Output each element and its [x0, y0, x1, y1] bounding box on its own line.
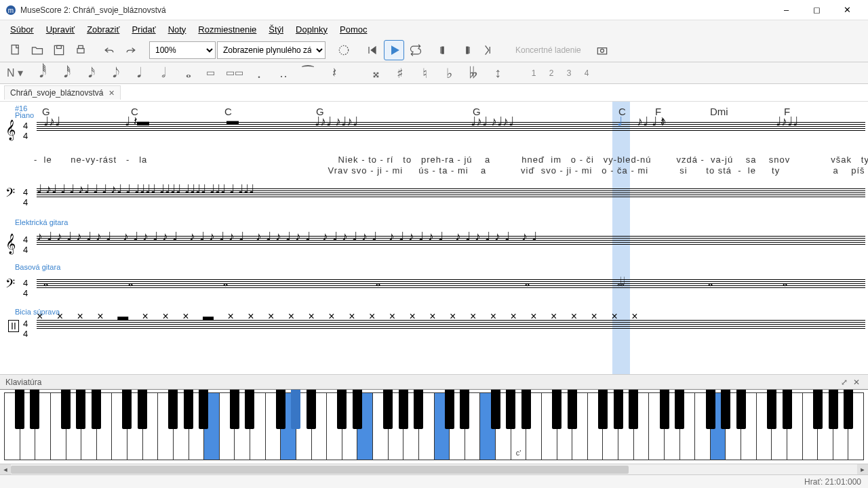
voice-4-button[interactable]: 4 — [580, 66, 593, 80]
duration-8th[interactable]: 𝅘𝅥𝅮 — [103, 64, 122, 83]
black-key[interactable] — [460, 390, 469, 429]
black-key[interactable] — [138, 390, 147, 429]
double-flat-button[interactable]: 𝄫 — [464, 64, 483, 83]
voice-3-button[interactable]: 3 — [563, 66, 575, 80]
black-key[interactable] — [184, 390, 193, 429]
black-key[interactable] — [199, 390, 208, 429]
voice-2-button[interactable]: 2 — [545, 66, 557, 80]
close-panel-icon[interactable]: ✕ — [850, 376, 863, 388]
scroll-left-button[interactable]: ◄ — [0, 464, 11, 474]
loop-button[interactable] — [406, 40, 426, 60]
black-key[interactable] — [76, 390, 85, 429]
black-key[interactable] — [92, 390, 101, 429]
double-sharp-button[interactable]: 𝄪 — [366, 64, 385, 83]
double-dot-button[interactable]: ‥ — [274, 64, 293, 83]
black-key[interactable] — [307, 390, 316, 429]
black-key[interactable] — [168, 390, 178, 429]
print-button[interactable] — [71, 40, 91, 60]
undo-button[interactable] — [99, 40, 119, 60]
black-key[interactable] — [552, 390, 561, 429]
rewind-button[interactable] — [362, 40, 382, 60]
minimize-button[interactable]: – — [771, 1, 802, 20]
black-key[interactable] — [660, 390, 669, 429]
duration-breve[interactable]: ▭ — [201, 64, 220, 83]
black-key[interactable] — [337, 390, 347, 429]
play-button[interactable] — [384, 40, 404, 60]
duration-whole[interactable]: 𝅝 — [176, 64, 195, 83]
duration-16th[interactable]: 𝅘𝅥𝅯 — [79, 64, 98, 83]
menu-add[interactable]: Pridať — [125, 22, 161, 37]
black-key[interactable] — [844, 390, 853, 429]
close-button[interactable]: ✕ — [832, 1, 863, 20]
loop-end-button[interactable] — [456, 40, 476, 60]
duration-quarter[interactable]: 𝅘𝅥 — [127, 64, 146, 83]
menu-plugins[interactable]: Doplnky — [290, 22, 334, 37]
menu-view[interactable]: Zobraziť — [81, 22, 125, 37]
black-key[interactable] — [829, 390, 838, 429]
maximize-button[interactable]: ◻ — [802, 1, 832, 20]
zoom-select[interactable]: 100% — [149, 41, 216, 59]
new-file-button[interactable] — [5, 40, 26, 60]
black-key[interactable] — [15, 390, 24, 429]
black-key[interactable] — [598, 390, 608, 429]
voice-1-button[interactable]: 1 — [528, 66, 540, 80]
countin-button[interactable] — [477, 40, 498, 60]
piano-keyboard[interactable]: c' — [0, 389, 868, 464]
scroll-right-button[interactable]: ► — [857, 464, 868, 474]
duration-32nd[interactable]: 𝅘𝅥𝅰 — [54, 64, 73, 83]
black-key[interactable] — [61, 390, 71, 429]
black-key[interactable] — [813, 390, 823, 429]
tie-button[interactable]: ⁀ — [298, 64, 317, 83]
camera-button[interactable] — [592, 40, 612, 60]
black-key[interactable] — [30, 390, 39, 429]
black-key[interactable] — [230, 390, 239, 429]
black-key[interactable] — [122, 390, 132, 429]
black-key[interactable] — [245, 390, 254, 429]
black-key[interactable] — [706, 390, 715, 429]
redo-button[interactable] — [121, 40, 141, 60]
concert-pitch-label[interactable]: Koncertné ladenie — [506, 45, 591, 55]
duration-longa[interactable]: ▭▭ — [225, 64, 244, 83]
sharp-button[interactable]: ♯ — [391, 64, 410, 83]
rest-button[interactable]: 𝄽 — [323, 64, 342, 83]
black-key[interactable] — [276, 390, 285, 429]
black-key[interactable] — [399, 390, 408, 429]
save-button[interactable] — [49, 40, 69, 60]
duration-64th[interactable]: 𝅘𝅥𝅱 — [30, 64, 49, 83]
black-key[interactable] — [491, 390, 500, 429]
black-key[interactable] — [675, 390, 684, 429]
black-key[interactable] — [521, 390, 531, 429]
black-key[interactable] — [383, 390, 393, 429]
menu-layout[interactable]: Rozmiestnenie — [192, 22, 262, 37]
tab-document[interactable]: Chráň_svoje_bláznovstvá ✕ — [4, 85, 121, 100]
duration-half[interactable]: 𝅗𝅥 — [152, 64, 171, 83]
loop-start-button[interactable] — [434, 40, 454, 60]
menu-file[interactable]: Súbor — [4, 22, 40, 37]
black-key[interactable] — [353, 390, 362, 429]
black-key[interactable] — [568, 390, 577, 429]
horizontal-scrollbar[interactable]: ◄ ► — [0, 464, 868, 474]
black-key[interactable] — [629, 390, 638, 429]
expand-icon[interactable]: ⤢ — [838, 376, 850, 388]
flat-button[interactable]: ♭ — [439, 64, 458, 83]
metronome-button[interactable] — [334, 40, 354, 60]
layout-select[interactable]: Zobrazenie plynulého zápisu — [217, 41, 326, 59]
close-tab-icon[interactable]: ✕ — [108, 89, 115, 98]
dot-button[interactable]: . — [250, 64, 269, 83]
open-file-button[interactable] — [27, 40, 47, 60]
note-input-mode-button[interactable]: N ▾ — [5, 64, 24, 83]
black-key[interactable] — [445, 390, 454, 429]
menu-notes[interactable]: Noty — [162, 22, 193, 37]
black-key[interactable] — [767, 390, 776, 429]
menu-help[interactable]: Pomoc — [334, 22, 373, 37]
black-key[interactable] — [506, 390, 515, 429]
black-key[interactable] — [721, 390, 730, 429]
menu-edit[interactable]: Upraviť — [40, 22, 81, 37]
black-key[interactable] — [414, 390, 423, 429]
natural-button[interactable]: ♮ — [415, 64, 434, 83]
black-key[interactable] — [783, 390, 792, 429]
scroll-thumb[interactable] — [11, 466, 629, 474]
score-canvas[interactable]: #16 Piano GCCGGCFDmiF 𝄞 44 ♩♪♩♩ 𝄽 ▬ ▬ ♩♪… — [0, 102, 868, 374]
flip-button[interactable]: ↕ — [488, 64, 507, 83]
black-key[interactable] — [736, 390, 746, 429]
